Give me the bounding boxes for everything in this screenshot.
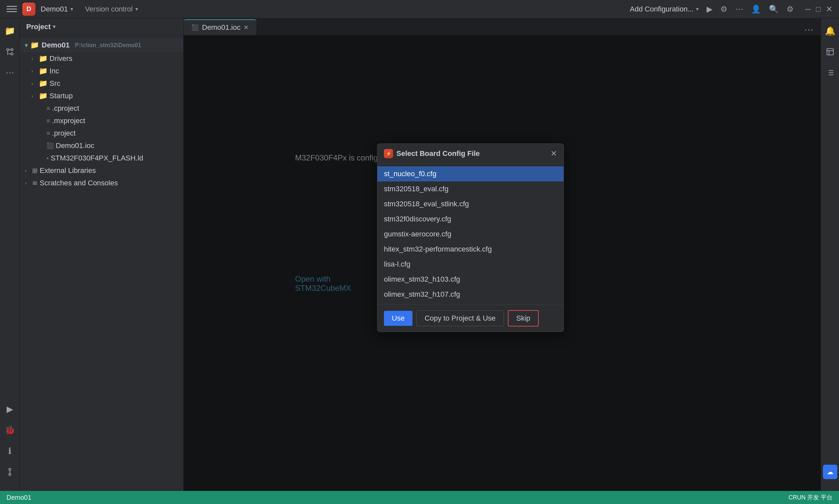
more-options-button[interactable]: ⋯	[735, 4, 743, 14]
app-logo: D	[22, 3, 35, 16]
svg-rect-9	[827, 49, 834, 55]
tree-item-label: .mxproject	[52, 116, 85, 125]
tree-item-mxproject[interactable]: ≡ .mxproject	[20, 114, 183, 127]
list-item-gumstix[interactable]: gumstix-aerocore.cfg	[377, 227, 564, 242]
add-config-chevron[interactable]: ▾	[696, 6, 699, 12]
right-sidebar-icon-2[interactable]	[823, 66, 837, 80]
activity-folder-icon[interactable]: 📁	[3, 23, 17, 38]
activity-more-icon[interactable]: ⋯	[3, 66, 17, 80]
window-controls: ─ □ ✕	[805, 4, 833, 14]
list-item-olimex-h107[interactable]: olimex_stm32_h107.cfg	[377, 287, 564, 302]
tree-item-inc[interactable]: › 📁 Inc	[20, 65, 183, 77]
xml-icon: ≡	[47, 130, 50, 137]
tree-view: ▾ 📁 Demo01 P:\clion_stm32\Demo01 › 📁 Dri…	[20, 35, 183, 491]
status-bar-right: CRUN 开发 平台	[788, 493, 833, 501]
settings-button[interactable]: ⚙	[787, 4, 794, 14]
tree-item-project[interactable]: ≡ .project	[20, 127, 183, 140]
tree-item-scratches[interactable]: › ≋ Scratches and Consoles	[20, 177, 183, 189]
editor-area: M32F030F4Px is configured. ? Open with S…	[184, 35, 821, 491]
ioc-icon: ⬛	[47, 142, 54, 149]
run-button[interactable]: ▶	[706, 4, 713, 14]
tree-toggle-icon: ›	[25, 168, 30, 173]
list-item-st-nucleo[interactable]: st_nucleo_f0.cfg	[377, 166, 564, 181]
close-button[interactable]: ✕	[826, 4, 833, 14]
tree-root-expand-icon: ▾	[25, 42, 28, 49]
version-control-chevron[interactable]: ▾	[135, 6, 138, 12]
sidebar-panel: Project ▾ ▾ 📁 Demo01 P:\clion_stm32\Demo…	[20, 18, 184, 491]
add-config-button[interactable]: Add Configuration... ▾	[630, 5, 699, 14]
activity-git-icon[interactable]	[3, 44, 17, 59]
maximize-button[interactable]: □	[816, 4, 821, 14]
tree-item-label: Startup	[50, 92, 73, 100]
tree-item-label: .project	[52, 129, 76, 138]
list-item-hitex[interactable]: hitex_stm32-performancestick.cfg	[377, 242, 564, 257]
tab-bar: ⬛ Demo01.ioc ✕ ⋯	[184, 18, 821, 35]
svg-point-1	[11, 53, 13, 55]
tab-more-options[interactable]: ⋯	[804, 24, 814, 35]
activity-debug-icon[interactable]: 🐞	[3, 423, 17, 437]
tree-item-startup[interactable]: › 📁 Startup	[20, 90, 183, 102]
list-item-stm32f0discovery[interactable]: stm32f0discovery.cfg	[377, 212, 564, 227]
tree-toggle-icon: ›	[32, 81, 37, 86]
dialog-header: ⚡ Select Board Config File ✕	[377, 144, 564, 164]
version-control-label[interactable]: Version control ▾	[85, 5, 138, 14]
title-bar-right: Add Configuration... ▾ ▶ ⚙ ⋯ 👤 🔍 ⚙ ─ □ ✕	[630, 4, 833, 14]
activity-git2-icon[interactable]	[3, 465, 17, 479]
tree-item-label: .cproject	[52, 104, 79, 113]
build-button[interactable]: ⚙	[720, 4, 727, 14]
tree-item-cproject[interactable]: ≡ .cproject	[20, 102, 183, 114]
project-name-label[interactable]: Demo01 ▾	[41, 5, 73, 14]
list-item-stm320518-eval-stlink[interactable]: stm320518_eval_stlink.cfg	[377, 197, 564, 212]
dialog-footer: Use Copy to Project & Use Skip	[377, 305, 564, 332]
dialog-title-icon: ⚡	[384, 149, 393, 158]
skip-button[interactable]: Skip	[508, 310, 539, 326]
notification-bell-icon[interactable]: 🔔	[823, 23, 837, 38]
tree-item-demo01-ioc[interactable]: ⬛ Demo01.ioc	[20, 140, 183, 152]
search-button[interactable]: 🔍	[769, 4, 779, 14]
tab-close-icon[interactable]: ✕	[244, 24, 249, 31]
right-sidebar: 🔔 ☁	[821, 18, 839, 491]
use-button[interactable]: Use	[384, 311, 412, 326]
activity-info-icon[interactable]: ℹ	[3, 444, 17, 458]
tab-demo01-ioc[interactable]: ⬛ Demo01.ioc ✕	[184, 19, 256, 35]
tree-toggle-icon: ›	[32, 93, 37, 98]
dialog-overlay: ⚡ Select Board Config File ✕ st_nucleo_f…	[184, 35, 821, 491]
tree-item-src[interactable]: › 📁 Src	[20, 77, 183, 90]
scratches-icon: ≋	[32, 179, 38, 187]
sidebar-header-chevron[interactable]: ▾	[53, 23, 55, 30]
tree-item-label: Inc	[50, 67, 59, 75]
hamburger-menu-icon[interactable]	[6, 4, 17, 14]
editor-container: ⬛ Demo01.ioc ✕ ⋯ M32F030F4Px is configur…	[184, 18, 821, 491]
profile-button[interactable]: 👤	[751, 4, 761, 14]
dialog-title: ⚡ Select Board Config File	[384, 149, 480, 158]
right-sidebar-icon-1[interactable]	[823, 44, 837, 59]
status-bar: Demo01 CRUN 开发 平台	[0, 491, 839, 504]
tree-root-item[interactable]: ▾ 📁 Demo01 P:\clion_stm32\Demo01	[20, 38, 183, 52]
list-item-olimex-h103[interactable]: olimex_stm32_h103.cfg	[377, 272, 564, 287]
list-item-lisa-l[interactable]: lisa-l.cfg	[377, 257, 564, 272]
list-item-stm320518-eval[interactable]: stm320518_eval.cfg	[377, 181, 564, 197]
folder-icon: 📁	[30, 41, 39, 50]
svg-point-7	[8, 473, 11, 475]
tree-item-drivers[interactable]: › 📁 Drivers	[20, 52, 183, 65]
ld-icon: ▪	[47, 155, 49, 162]
svg-point-0	[6, 49, 9, 51]
title-bar: D Demo01 ▾ Version control ▾ Add Configu…	[0, 0, 839, 18]
activity-run-icon[interactable]: ▶	[3, 402, 17, 416]
tree-root-path: P:\clion_stm32\Demo01	[75, 42, 141, 49]
folder-icon: 📁	[39, 79, 48, 88]
dialog-close-button[interactable]: ✕	[550, 149, 557, 158]
sidebar-header[interactable]: Project ▾	[20, 18, 183, 35]
tree-item-label: STM32F030F4PX_FLASH.ld	[51, 154, 143, 162]
copy-to-project-button[interactable]: Copy to Project & Use	[416, 310, 503, 326]
tree-item-label: Demo01.ioc	[56, 142, 94, 150]
tree-item-flash-ld[interactable]: ▪ STM32F030F4PX_FLASH.ld	[20, 152, 183, 164]
project-dropdown-chevron[interactable]: ▾	[70, 6, 73, 12]
tree-item-external-libraries[interactable]: › ⊞ External Libraries	[20, 164, 183, 177]
minimize-button[interactable]: ─	[805, 4, 810, 14]
folder-icon: 📁	[39, 67, 48, 75]
xml-icon: ≡	[47, 105, 50, 112]
tree-toggle-icon: ›	[25, 180, 30, 186]
right-cloud-icon[interactable]: ☁	[823, 465, 837, 479]
svg-point-6	[8, 468, 11, 471]
